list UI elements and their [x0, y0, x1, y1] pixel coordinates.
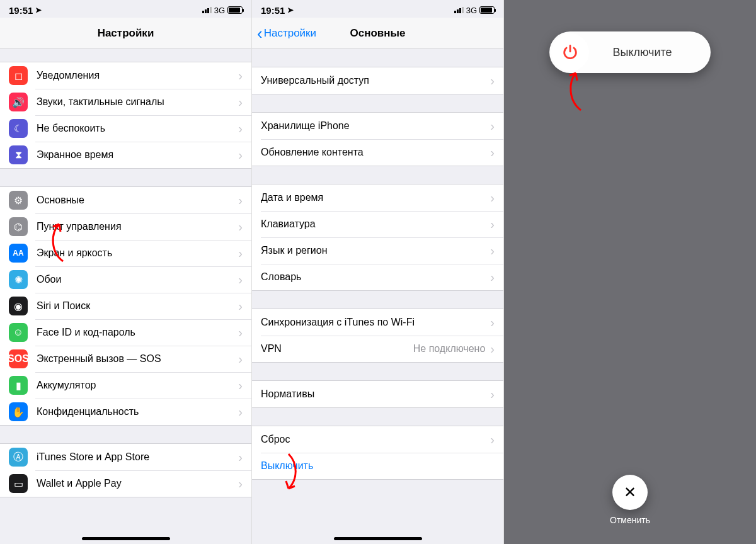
- row-label: Хранилище iPhone: [261, 120, 490, 132]
- chevron-right-icon: ›: [490, 270, 495, 285]
- close-icon: ✕: [624, 484, 636, 501]
- row-label: Уведомления: [37, 70, 238, 81]
- row-label: Основные: [37, 195, 238, 206]
- cancel-label: Отменить: [610, 515, 650, 525]
- row-label: Звуки, тактильные сигналы: [37, 96, 238, 108]
- row-label: Аккумулятор: [37, 380, 238, 391]
- list-row[interactable]: Обновление контента›: [252, 139, 503, 166]
- list-row[interactable]: ▮Аккумулятор›: [0, 372, 251, 399]
- cancel-button[interactable]: ✕: [612, 475, 648, 510]
- location-icon: ➤: [35, 6, 42, 14]
- list-row[interactable]: Сброс›: [252, 426, 503, 453]
- general-list[interactable]: Универсальный доступ› Хранилище iPhone›О…: [252, 49, 503, 544]
- chevron-right-icon: ›: [238, 378, 243, 393]
- chevron-right-icon: ›: [238, 95, 243, 110]
- chevron-right-icon: ›: [238, 122, 243, 136]
- battery-icon: [479, 6, 495, 14]
- list-row[interactable]: Дата и время›: [252, 184, 503, 211]
- list-row[interactable]: ⒶiTunes Store и App Store›: [0, 444, 251, 470]
- row-label: Универсальный доступ: [261, 75, 490, 86]
- sos-icon: SOS: [9, 349, 28, 368]
- chevron-right-icon: ›: [490, 244, 495, 258]
- faceid-icon: ☺︎: [9, 323, 28, 342]
- list-row[interactable]: VPNНе подключено›: [252, 336, 503, 362]
- row-label: Клавиатура: [261, 218, 490, 230]
- list-row[interactable]: Язык и регион›: [252, 237, 503, 264]
- list-row[interactable]: AAЭкран и яркость›: [0, 240, 251, 266]
- status-bar: 19:51 ➤ 3G: [252, 0, 503, 18]
- gear-icon: ⚙︎: [9, 191, 28, 210]
- location-icon: ➤: [287, 6, 294, 14]
- status-network: 3G: [466, 6, 477, 15]
- annotation-arrow: [562, 69, 600, 116]
- list-row[interactable]: Словарь›: [252, 264, 503, 290]
- chevron-right-icon: ›: [238, 299, 243, 314]
- list-row[interactable]: Хранилище iPhone›: [252, 113, 503, 139]
- row-label: Язык и регион: [261, 245, 490, 256]
- row-label: Обои: [37, 274, 238, 285]
- chevron-right-icon: ›: [490, 433, 495, 447]
- power-off-pane: Выключите ✕ Отменить: [504, 0, 756, 544]
- list-row[interactable]: SOSЭкстренный вызов — SOS›: [0, 346, 251, 372]
- moon-icon: ☾: [9, 119, 28, 138]
- row-label: Экстренный вызов — SOS: [37, 353, 238, 365]
- back-button[interactable]: ‹ Настройки: [257, 27, 316, 40]
- chevron-right-icon: ›: [238, 405, 243, 419]
- row-label: Выключить: [261, 460, 495, 472]
- chevron-right-icon: ›: [238, 193, 243, 208]
- list-row[interactable]: ◉Siri и Поиск›: [0, 293, 251, 319]
- list-row[interactable]: Нормативы›: [252, 381, 503, 407]
- siri-icon: ◉: [9, 297, 28, 315]
- power-icon[interactable]: [551, 33, 589, 71]
- chevron-right-icon: ›: [490, 145, 495, 160]
- status-bar: 19:51 ➤ 3G: [0, 0, 251, 18]
- chevron-right-icon: ›: [490, 387, 495, 402]
- speaker-icon: 🔊: [9, 93, 28, 111]
- status-network: 3G: [214, 6, 225, 15]
- wallet-icon: ▭: [9, 474, 28, 493]
- row-label: Не беспокоить: [37, 123, 238, 134]
- bell-icon: ◻︎: [9, 66, 28, 85]
- slide-to-power-off[interactable]: Выключите: [549, 31, 711, 73]
- row-label: Словарь: [261, 271, 490, 283]
- list-row[interactable]: ✋Конфиденциальность›: [0, 399, 251, 425]
- status-time: 19:51: [9, 5, 33, 16]
- row-label: Нормативы: [261, 388, 490, 400]
- aa-icon: AA: [9, 244, 28, 263]
- row-label: Синхронизация с iTunes по Wi-Fi: [261, 317, 490, 328]
- atom-icon: ✺: [9, 270, 28, 289]
- hand-icon: ✋: [9, 402, 28, 421]
- home-indicator[interactable]: [334, 537, 422, 540]
- list-row[interactable]: Выключить: [252, 453, 503, 479]
- list-row[interactable]: Клавиатура›: [252, 211, 503, 237]
- list-row[interactable]: ⧗Экранное время›: [0, 142, 251, 168]
- row-label: Face ID и код-пароль: [37, 327, 238, 338]
- row-value: Не подключено: [413, 343, 486, 354]
- list-row[interactable]: ◻︎Уведомления›: [0, 62, 251, 89]
- chevron-right-icon: ›: [238, 220, 243, 234]
- chevron-right-icon: ›: [238, 273, 243, 287]
- list-row[interactable]: 🔊Звуки, тактильные сигналы›: [0, 89, 251, 115]
- list-row[interactable]: Синхронизация с iTunes по Wi-Fi›: [252, 309, 503, 336]
- switches-icon: ⌬: [9, 217, 28, 236]
- row-label: Пункт управления: [37, 221, 238, 232]
- list-row[interactable]: ✺Обои›: [0, 266, 251, 293]
- list-row[interactable]: ☺︎Face ID и код-пароль›: [0, 319, 251, 346]
- settings-list[interactable]: ◻︎Уведомления›🔊Звуки, тактильные сигналы…: [0, 49, 251, 544]
- list-row[interactable]: ☾Не беспокоить›: [0, 115, 251, 142]
- general-pane: 19:51 ➤ 3G ‹ Настройки Основные Универса…: [252, 0, 504, 544]
- chevron-right-icon: ›: [238, 352, 243, 366]
- list-row[interactable]: ⌬Пункт управления›: [0, 213, 251, 240]
- home-indicator[interactable]: [82, 537, 170, 540]
- list-row[interactable]: Универсальный доступ›: [252, 67, 503, 94]
- signal-icon: [202, 7, 212, 13]
- back-label: Настройки: [264, 27, 316, 40]
- signal-icon: [454, 7, 464, 13]
- chevron-right-icon: ›: [490, 315, 495, 330]
- list-row[interactable]: ▭Wallet и Apple Pay›: [0, 470, 251, 497]
- chevron-right-icon: ›: [238, 477, 243, 491]
- page-title: Основные: [350, 27, 405, 40]
- list-row[interactable]: ⚙︎Основные›: [0, 187, 251, 213]
- row-label: Wallet и Apple Pay: [37, 478, 238, 489]
- page-title: Настройки: [98, 27, 154, 40]
